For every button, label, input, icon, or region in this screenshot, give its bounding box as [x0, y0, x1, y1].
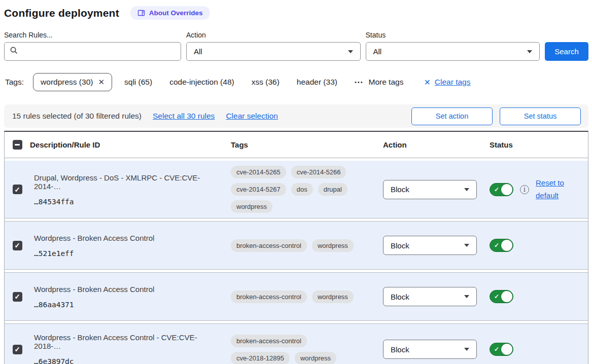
- tag-pill: cve-2014-5267: [231, 183, 286, 196]
- clear-tags-link[interactable]: ✕ Clear tags: [424, 78, 470, 87]
- rule-tags: broken-access-control wordpress: [231, 285, 367, 308]
- set-action-button[interactable]: Set action: [411, 107, 493, 125]
- action-filter-label: Action: [186, 31, 361, 39]
- more-tags-button[interactable]: ••• More tags: [355, 78, 403, 87]
- clear-tags-label: Clear tags: [435, 78, 471, 87]
- column-action: Action: [383, 140, 490, 149]
- page-title: Configure deployment: [4, 7, 119, 19]
- rule-description: Wordpress - Broken Access Control: [34, 234, 222, 242]
- action-filter-select[interactable]: All: [186, 42, 361, 61]
- rule-id: …86aa4371: [34, 301, 222, 309]
- reset-to-default-link[interactable]: Reset to default: [536, 177, 568, 202]
- rule-description: Wordpress - Broken Access Control: [34, 285, 222, 294]
- status-filter-select[interactable]: All: [366, 42, 540, 61]
- ellipsis-icon: •••: [355, 79, 364, 85]
- rule-tags: cve-2014-5265 cve-2014-5266 cve-2014-526…: [231, 161, 367, 218]
- rule-action-value: Block: [391, 241, 409, 250]
- tag-pill: wordpress: [295, 352, 336, 364]
- remove-tag-icon[interactable]: ✕: [98, 78, 105, 87]
- selected-tag-chip-wordpress[interactable]: wordpress (30) ✕: [33, 73, 112, 91]
- selection-summary: 15 rules selected (of 30 filtered rules): [12, 112, 142, 121]
- search-rules-group: Search Rules...: [4, 31, 181, 61]
- book-icon: [137, 9, 145, 17]
- rule-action-value: Block: [391, 293, 409, 301]
- tag-pill: cve-2014-5265: [231, 166, 286, 178]
- row-checkbox[interactable]: ✓: [13, 241, 22, 250]
- tag-item-sqli[interactable]: sqli (65): [124, 78, 152, 87]
- rule-action-value: Block: [391, 345, 409, 354]
- rules-table: Description/Rule ID Tags Action Status ✓…: [4, 131, 588, 364]
- more-tags-label: More tags: [369, 78, 404, 87]
- column-tags: Tags: [231, 140, 383, 149]
- chevron-down-icon: [464, 348, 469, 351]
- status-filter-label: Status: [366, 31, 540, 39]
- tags-label: Tags:: [5, 78, 24, 87]
- info-icon[interactable]: i: [520, 185, 529, 194]
- tag-pill: broken-access-control: [231, 239, 307, 252]
- table-header-row: Description/Rule ID Tags Action Status: [5, 132, 588, 158]
- rule-status-toggle[interactable]: ✓: [490, 343, 513, 356]
- tag-pill: broken-access-control: [231, 335, 307, 347]
- tag-pill: dos: [291, 183, 313, 196]
- status-filter-group: Status All: [366, 31, 540, 61]
- rule-action-select[interactable]: Block: [383, 180, 477, 199]
- page-header: Configure deployment About Overrides: [4, 6, 588, 20]
- select-all-link[interactable]: Select all 30 rules: [153, 112, 215, 121]
- selected-tag-label: wordpress (30): [41, 78, 93, 87]
- row-checkbox[interactable]: ✓: [13, 345, 22, 354]
- column-status: Status: [490, 140, 588, 149]
- tag-pill: cve-2014-5266: [291, 166, 346, 178]
- filter-bar: Search Rules... Action All Status: [4, 31, 588, 61]
- tag-pill: drupal: [318, 183, 347, 196]
- status-filter-value: All: [373, 47, 382, 56]
- table-row: ✓ Wordpress - Broken Access Control …86a…: [5, 272, 588, 321]
- rule-id: …521e1eff: [34, 249, 222, 258]
- selection-bar: 15 rules selected (of 30 filtered rules)…: [4, 104, 588, 128]
- action-filter-group: Action All: [186, 31, 361, 61]
- about-overrides-badge[interactable]: About Overrides: [130, 6, 210, 20]
- chevron-down-icon: [464, 188, 469, 191]
- rule-action-select[interactable]: Block: [383, 236, 477, 255]
- search-icon: [10, 46, 18, 57]
- tag-item-code-injection[interactable]: code-injection (48): [169, 78, 234, 87]
- chevron-down-icon: [464, 295, 469, 298]
- tag-pill: broken-access-control: [231, 290, 307, 303]
- about-overrides-label: About Overrides: [149, 9, 203, 17]
- table-row: ✓ Drupal, Wordpress - DoS - XMLRPC - CVE…: [5, 161, 588, 219]
- select-all-checkbox[interactable]: [13, 140, 22, 150]
- row-checkbox[interactable]: ✓: [13, 292, 22, 302]
- rule-id: …84534ffa: [34, 198, 222, 206]
- search-rules-input[interactable]: [22, 47, 176, 56]
- action-filter-value: All: [194, 47, 202, 56]
- chevron-down-icon: [464, 244, 469, 247]
- tag-pill: wordpress: [312, 290, 354, 303]
- chevron-down-icon: [527, 50, 532, 53]
- tag-item-header[interactable]: header (33): [297, 78, 337, 87]
- rule-tags: broken-access-control cve-2018-12895 wor…: [231, 330, 367, 364]
- rule-description: Drupal, Wordpress - DoS - XMLRPC - CVE:C…: [34, 173, 222, 191]
- tags-bar: Tags: wordpress (30) ✕ sqli (65) code-in…: [5, 73, 588, 91]
- clear-selection-link[interactable]: Clear selection: [226, 112, 278, 121]
- search-rules-label: Search Rules...: [4, 31, 181, 39]
- set-status-button[interactable]: Set status: [500, 107, 581, 125]
- tag-item-xss[interactable]: xss (36): [252, 78, 280, 87]
- rule-status-toggle[interactable]: ✓: [490, 239, 513, 252]
- rule-status-toggle[interactable]: ✓: [490, 290, 513, 303]
- rule-action-value: Block: [391, 185, 409, 194]
- chevron-down-icon: [348, 50, 353, 53]
- rule-status-toggle[interactable]: ✓: [490, 183, 513, 196]
- rule-action-select[interactable]: Block: [383, 340, 477, 359]
- table-row: ✓ Wordpress - Broken Access Control - CV…: [5, 323, 588, 364]
- rule-action-select[interactable]: Block: [383, 287, 477, 306]
- rule-description: Wordpress - Broken Access Control - CVE:…: [34, 333, 222, 350]
- rule-id: …6e3897dc: [34, 357, 222, 364]
- row-checkbox[interactable]: ✓: [13, 185, 22, 194]
- rule-tags: broken-access-control wordpress: [231, 234, 367, 257]
- tag-pill: cve-2018-12895: [231, 352, 290, 364]
- column-description: Description/Rule ID: [30, 140, 231, 149]
- table-row: ✓ Wordpress - Broken Access Control …521…: [5, 221, 588, 270]
- search-rules-box: [4, 42, 181, 61]
- search-button[interactable]: Search: [545, 42, 588, 61]
- configure-deployment-page: Configure deployment About Overrides Sea…: [0, 0, 592, 364]
- close-icon: ✕: [424, 78, 430, 87]
